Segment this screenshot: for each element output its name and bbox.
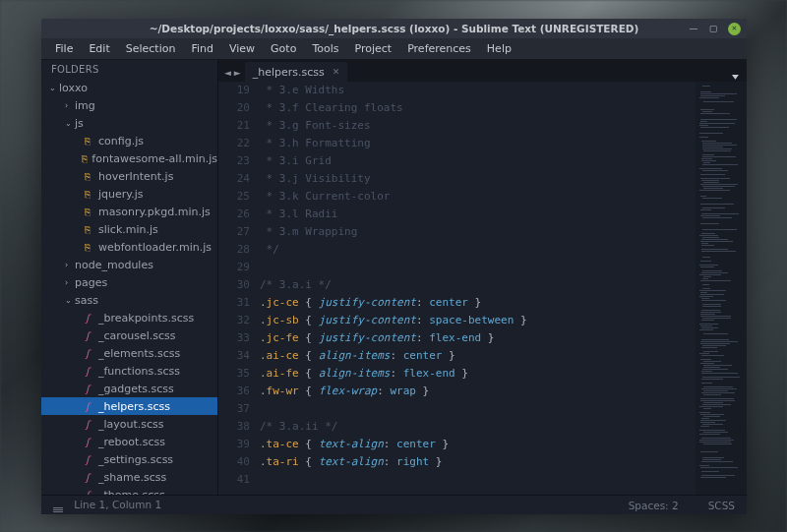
- tree-label: config.js: [98, 135, 144, 148]
- close-icon[interactable]: [728, 23, 741, 35]
- tree-row[interactable]: ʃ_functions.scss: [41, 362, 217, 380]
- titlebar[interactable]: ~/Desktop/projects/loxxo/sass/_helpers.s…: [41, 19, 747, 38]
- sass-file-icon: ʃ: [81, 453, 94, 465]
- window-title: ~/Desktop/projects/loxxo/sass/_helpers.s…: [150, 23, 639, 34]
- js-file-icon: ⎘: [81, 170, 94, 182]
- tree-label: _helpers.scss: [98, 400, 170, 413]
- minimize-icon[interactable]: —: [689, 24, 698, 33]
- code-content[interactable]: * 3.e Widths * 3.f Clearing floats * 3.g…: [260, 82, 696, 495]
- tree-row[interactable]: ⌄loxxo: [41, 79, 217, 96]
- statusbar: Line 1, Column 1 Spaces: 2 SCSS: [41, 495, 747, 514]
- js-file-icon: ⎘: [81, 188, 94, 200]
- menubar: FileEditSelectionFindViewGotoToolsProjec…: [41, 38, 747, 60]
- line-gutter: 19 20 21 22 23 24 25 26 27 28 29 30 31 3…: [218, 82, 260, 495]
- menu-edit[interactable]: Edit: [81, 39, 117, 58]
- tree-row[interactable]: ⎘slick.min.js: [41, 220, 217, 238]
- tree-label: js: [75, 117, 84, 130]
- status-spaces[interactable]: Spaces: 2: [629, 500, 679, 511]
- sass-file-icon: ʃ: [81, 383, 94, 394]
- js-file-icon: ⎘: [81, 241, 94, 253]
- tree-label: _carousel.scss: [98, 329, 176, 342]
- tree-label: _functions.scss: [98, 365, 180, 378]
- tree-label: node_modules: [75, 259, 153, 271]
- tree-row[interactable]: ›pages: [41, 273, 217, 291]
- menu-goto[interactable]: Goto: [263, 39, 304, 58]
- code-editor[interactable]: 19 20 21 22 23 24 25 26 27 28 29 30 31 3…: [218, 82, 747, 495]
- sass-file-icon: ʃ: [81, 471, 94, 483]
- tree-row[interactable]: ⎘config.js: [41, 132, 217, 149]
- tree-row[interactable]: ⎘jquery.js: [41, 185, 217, 203]
- sidebar: FOLDERS ⌄loxxo›img⌄js⎘config.js⎘fontawes…: [41, 60, 218, 495]
- close-icon[interactable]: ✕: [333, 67, 340, 77]
- tree-label: masonry.pkgd.min.js: [98, 206, 211, 218]
- menu-project[interactable]: Project: [347, 39, 400, 58]
- menu-view[interactable]: View: [221, 39, 263, 58]
- menu-find[interactable]: Find: [183, 39, 221, 58]
- caret-icon: ⌄: [65, 119, 75, 128]
- tree-label: _layout.scss: [98, 418, 164, 431]
- tree-row[interactable]: ›img: [41, 96, 217, 114]
- sidebar-header: FOLDERS: [41, 60, 217, 79]
- tree-row[interactable]: ⌄sass: [41, 291, 217, 309]
- folder-tree[interactable]: ⌄loxxo›img⌄js⎘config.js⎘fontawesome-all.…: [41, 79, 217, 495]
- sass-file-icon: ʃ: [81, 418, 94, 430]
- tree-label: pages: [75, 276, 107, 289]
- sass-file-icon: ʃ: [81, 436, 94, 447]
- status-syntax[interactable]: SCSS: [708, 500, 735, 511]
- tab-nav-arrows[interactable]: ◄ ►: [224, 68, 245, 82]
- menu-preferences[interactable]: Preferences: [399, 39, 479, 58]
- caret-icon: ›: [65, 261, 75, 269]
- tree-row[interactable]: ʃ_elements.scss: [41, 344, 217, 362]
- tree-label: hoverIntent.js: [98, 170, 173, 183]
- menu-help[interactable]: Help: [479, 39, 519, 58]
- menu-file[interactable]: File: [47, 39, 81, 58]
- maximize-icon[interactable]: ▢: [708, 24, 718, 33]
- editor-pane: ◄ ► _helpers.scss ✕ ▼ 19 20 21 22 23 24 …: [218, 60, 747, 495]
- tree-label: jquery.js: [98, 188, 144, 201]
- tree-row[interactable]: ⎘masonry.pkgd.min.js: [41, 203, 217, 220]
- caret-icon: ⌄: [65, 296, 75, 305]
- sass-file-icon: ʃ: [81, 400, 94, 412]
- sass-file-icon: ʃ: [81, 347, 94, 359]
- sass-file-icon: ʃ: [81, 329, 94, 341]
- tab-label: _helpers.scss: [253, 66, 325, 79]
- tree-label: _settings.scss: [98, 453, 173, 466]
- js-file-icon: ⎘: [81, 206, 94, 217]
- sass-file-icon: ʃ: [81, 365, 94, 377]
- caret-icon: ›: [65, 101, 75, 110]
- tree-label: _shame.scss: [98, 471, 166, 484]
- tree-row[interactable]: ʃ_breakpoints.scss: [41, 309, 217, 326]
- tree-label: slick.min.js: [98, 223, 158, 236]
- tree-label: _elements.scss: [98, 347, 180, 360]
- app-window: ~/Desktop/projects/loxxo/sass/_helpers.s…: [41, 19, 747, 514]
- menu-tools[interactable]: Tools: [304, 39, 346, 58]
- window-controls: — ▢: [689, 23, 741, 35]
- tree-row[interactable]: ʃ_theme.scss: [41, 486, 217, 495]
- content-area: FOLDERS ⌄loxxo›img⌄js⎘config.js⎘fontawes…: [41, 60, 747, 495]
- js-file-icon: ⎘: [81, 152, 88, 164]
- caret-icon: ›: [65, 278, 75, 287]
- tree-row[interactable]: ⎘fontawesome-all.min.js: [41, 149, 217, 167]
- tree-label: _breakpoints.scss: [98, 312, 194, 325]
- tree-row[interactable]: ʃ_settings.scss: [41, 450, 217, 468]
- status-left[interactable]: Line 1, Column 1: [53, 499, 161, 512]
- tab-active[interactable]: _helpers.scss ✕: [245, 62, 348, 82]
- caret-icon: ⌄: [49, 84, 59, 92]
- tree-row[interactable]: ›node_modules: [41, 256, 217, 273]
- tree-row[interactable]: ⌄js: [41, 114, 217, 132]
- menu-icon[interactable]: [53, 507, 63, 512]
- minimap[interactable]: [696, 82, 747, 495]
- tree-row[interactable]: ⎘webfontloader.min.js: [41, 238, 217, 256]
- tree-row[interactable]: ʃ_helpers.scss: [41, 397, 217, 415]
- tree-row[interactable]: ʃ_layout.scss: [41, 415, 217, 433]
- tree-row[interactable]: ʃ_carousel.scss: [41, 326, 217, 344]
- js-file-icon: ⎘: [81, 135, 94, 147]
- tree-row[interactable]: ⎘hoverIntent.js: [41, 167, 217, 185]
- tree-row[interactable]: ʃ_shame.scss: [41, 468, 217, 486]
- chevron-down-icon[interactable]: ▼: [732, 74, 739, 81]
- js-file-icon: ⎘: [81, 223, 94, 235]
- tree-row[interactable]: ʃ_reboot.scss: [41, 433, 217, 450]
- tree-row[interactable]: ʃ_gadgets.scss: [41, 380, 217, 397]
- menu-selection[interactable]: Selection: [118, 39, 184, 58]
- tree-label: loxxo: [59, 82, 88, 94]
